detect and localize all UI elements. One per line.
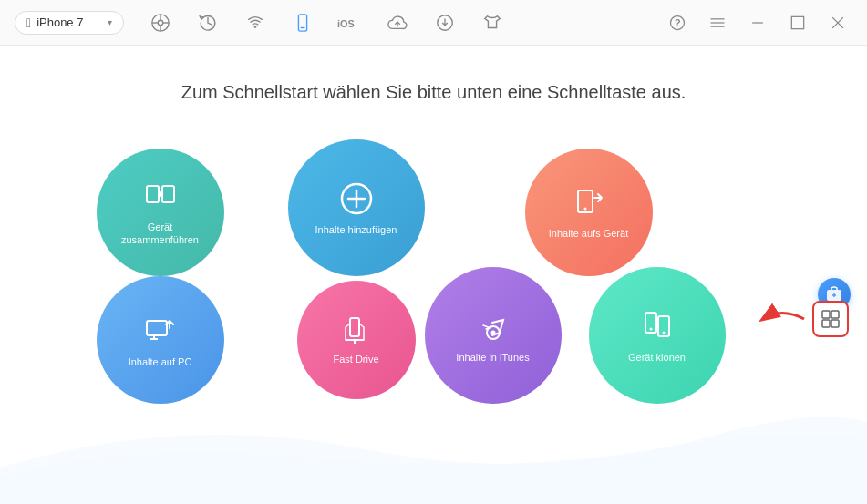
- ios-icon[interactable]: iOS: [335, 8, 365, 37]
- svg-point-29: [583, 207, 586, 210]
- content-to-device-button[interactable]: Inhalte aufs Gerät: [525, 149, 653, 276]
- device-name-label: iPhone 7: [36, 15, 102, 29]
- grid-view-button[interactable]: [812, 301, 849, 337]
- merge-icon: [142, 179, 179, 215]
- add-content-label: Inhalte hinzufügen: [308, 223, 405, 236]
- red-arrow-icon: [754, 303, 809, 335]
- svg-point-6: [254, 26, 257, 28]
- cloud-icon[interactable]: [383, 8, 412, 37]
- fast-drive-icon: [340, 314, 373, 347]
- itunes-icon: [474, 307, 512, 345]
- tshirt-icon[interactable]: [478, 8, 507, 37]
- svg-point-39: [649, 327, 652, 330]
- toolbar-right: ?: [663, 8, 852, 37]
- help-icon[interactable]: ?: [663, 8, 692, 37]
- fast-drive-label: Fast Drive: [325, 353, 386, 365]
- to-device-icon: [571, 185, 607, 221]
- svg-rect-7: [298, 14, 306, 30]
- svg-rect-19: [791, 16, 803, 28]
- content-to-itunes-button[interactable]: Inhalte in iTunes: [425, 267, 562, 404]
- minimize-icon[interactable]: [743, 8, 772, 37]
- svg-rect-23: [162, 186, 174, 202]
- svg-rect-46: [822, 311, 830, 318]
- fast-drive-button[interactable]: Fast Drive: [297, 281, 416, 399]
- svg-point-41: [662, 331, 665, 334]
- svg-rect-33: [350, 318, 359, 336]
- menu-icon[interactable]: [703, 8, 732, 37]
- music-icon[interactable]: [146, 8, 175, 37]
- svg-text:?: ?: [675, 17, 681, 28]
- close-icon[interactable]: [823, 8, 852, 37]
- main-content: Zum Schnellstart wählen Sie bitte unten …: [0, 46, 867, 504]
- phone-icon[interactable]: [288, 8, 317, 37]
- svg-rect-49: [831, 320, 839, 327]
- svg-point-1: [158, 20, 163, 26]
- to-device-label: Inhalte aufs Gerät: [542, 227, 635, 240]
- add-icon: [337, 180, 376, 218]
- itunes-label: Inhalte in iTunes: [449, 351, 536, 364]
- history-icon[interactable]: [193, 8, 222, 37]
- svg-rect-47: [831, 311, 839, 318]
- apple-logo-icon: : [26, 15, 31, 30]
- clone-icon: [638, 307, 676, 345]
- maximize-icon[interactable]: [783, 8, 812, 37]
- content-to-pc-button[interactable]: Inhalte auf PC: [97, 276, 224, 404]
- page-subtitle: Zum Schnellstart wählen Sie bitte unten …: [181, 82, 686, 103]
- title-bar:  iPhone 7 ▾: [0, 0, 867, 46]
- svg-text:iOS: iOS: [337, 17, 355, 28]
- svg-rect-22: [147, 186, 159, 202]
- add-content-button[interactable]: Inhalte hinzufügen: [288, 139, 425, 276]
- svg-rect-48: [822, 320, 830, 327]
- arrow-annotation: [754, 301, 849, 337]
- to-pc-icon: [141, 312, 180, 350]
- device-selector[interactable]:  iPhone 7 ▾: [15, 11, 124, 35]
- circles-container: Gerätzusammenführen Inhalte hinzufügen: [42, 130, 826, 431]
- clone-device-button[interactable]: Gerät klonen: [589, 267, 726, 404]
- merge-devices-button[interactable]: Gerätzusammenführen: [97, 149, 224, 276]
- svg-rect-30: [147, 321, 167, 335]
- clone-label: Gerät klonen: [621, 351, 693, 364]
- wifi-sync-icon[interactable]: [241, 8, 270, 37]
- download-icon[interactable]: [430, 8, 459, 37]
- to-pc-label: Inhalte auf PC: [121, 355, 200, 368]
- device-dropdown-icon: ▾: [108, 17, 112, 27]
- toolbar: iOS: [146, 8, 663, 37]
- merge-label: Gerätzusammenführen: [114, 221, 206, 247]
